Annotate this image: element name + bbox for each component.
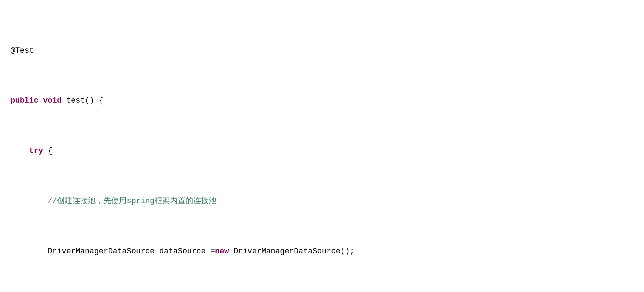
line-driver-manager-datasource: DriverManagerDataSource dataSource =new … (11, 245, 633, 258)
code-editor: @Test public void test() { try { //创建连接池… (11, 7, 633, 292)
line-try: try { (11, 144, 633, 157)
line-public-void: public void test() { (11, 94, 633, 107)
line-comment-create-pool: //创建连接池，先使用spring框架内置的连接池 (11, 195, 633, 208)
line-annotation: @Test (11, 44, 633, 57)
